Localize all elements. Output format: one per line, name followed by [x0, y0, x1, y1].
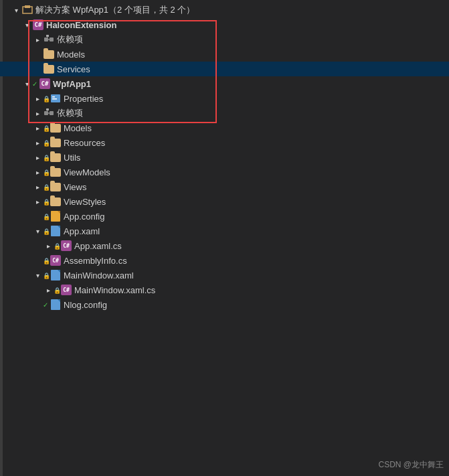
folder-shape — [50, 197, 61, 206]
wpf-appxaml[interactable]: 🔒 App.xaml — [0, 224, 449, 238]
mw-expand[interactable] — [32, 270, 43, 281]
wpf-dep-label: 依赖项 — [57, 107, 83, 119]
models-expand[interactable] — [32, 123, 43, 133]
lock-badge: 🔒 — [54, 287, 59, 293]
viewmodels-icon — [50, 167, 62, 177]
wpf-viewmodels[interactable]: 🔒 ViewModels — [0, 165, 449, 179]
wpf-utils[interactable]: 🔒 Utils — [0, 150, 449, 165]
lock-badge: 🔒 — [43, 228, 48, 234]
wpf-dependencies[interactable]: 依赖项 — [0, 106, 449, 121]
empty-expand — [32, 255, 43, 266]
wpfapp1-label: WpfApp1 — [53, 79, 91, 89]
appxaml-icon — [50, 226, 62, 236]
wpf-expand-icon[interactable] — [21, 78, 32, 89]
cs-file-badge2: C# — [50, 255, 61, 266]
wpf-properties[interactable]: 🔒 Properties — [0, 91, 449, 106]
svg-rect-19 — [51, 270, 60, 281]
wpf-appxamlcs[interactable]: 🔒 C# App.xaml.cs — [0, 238, 449, 253]
tree-container: 解决方案 WpfApp1（2 个项目，共 2 个） C# HalconExten… — [0, 0, 449, 315]
solution-icon — [21, 5, 33, 15]
dep-expand-icon[interactable] — [32, 34, 43, 45]
project-halcon[interactable]: C# HalconExtension — [0, 17, 449, 32]
folder-shape — [50, 168, 61, 177]
lock-badge: 🔒 — [43, 125, 48, 131]
folder-shape — [43, 65, 54, 74]
mainwindowxaml-label: MainWindow.xaml — [64, 270, 134, 281]
appxaml-expand[interactable] — [32, 226, 43, 236]
appconfig-label: App.config — [64, 212, 104, 222]
utils-expand[interactable] — [32, 152, 43, 163]
nlog-label: Nlog.config — [64, 300, 107, 310]
svg-rect-15 — [51, 211, 60, 222]
halcon-services[interactable]: Services — [0, 62, 449, 76]
wpf-views[interactable]: 🔒 Views — [0, 179, 449, 194]
wpf-appconfig[interactable]: 🔒 App.config — [0, 209, 449, 224]
wpf-models[interactable]: 🔒 Models — [0, 121, 449, 135]
solution-explorer: 解决方案 WpfApp1（2 个项目，共 2 个） C# HalconExten… — [0, 0, 449, 476]
wpf-project-icon: C# — [39, 78, 51, 89]
wpf-mainwindowxamlcs[interactable]: 🔒 C# MainWindow.xaml.cs — [0, 283, 449, 297]
svg-rect-17 — [51, 226, 60, 236]
viewstyles-label: ViewStyles — [64, 197, 106, 207]
svg-rect-5 — [46, 35, 49, 37]
resources-label: Resources — [64, 138, 105, 148]
folder-shape — [50, 139, 61, 147]
solution-root[interactable]: 解决方案 WpfApp1（2 个项目，共 2 个） — [0, 3, 449, 17]
halcon-expand-icon[interactable] — [21, 19, 32, 30]
lock-badge: 🔒 — [43, 184, 48, 189]
halcon-dep-label: 依赖项 — [57, 33, 83, 46]
svg-rect-9 — [52, 98, 57, 100]
resources-expand[interactable] — [32, 137, 43, 148]
svg-rect-13 — [46, 108, 49, 110]
halcon-models-label: Models — [57, 50, 85, 60]
mwcs-expand[interactable] — [43, 285, 54, 295]
props-expand[interactable] — [32, 93, 43, 104]
wpf-resources[interactable]: 🔒 Resources — [0, 135, 449, 150]
views-expand[interactable] — [32, 181, 43, 192]
solution-expand-icon[interactable] — [11, 5, 21, 15]
viewmodels-label: ViewModels — [64, 167, 110, 177]
halcon-label: HalconExtension — [46, 20, 116, 30]
halcon-dependencies[interactable]: 依赖项 — [0, 32, 449, 47]
models-folder-icon — [43, 49, 55, 60]
folder-shape — [50, 153, 61, 162]
svg-rect-1 — [25, 5, 30, 8]
empty-expand — [32, 64, 43, 74]
watermark: CSDN @龙中舞王 — [378, 459, 444, 471]
services-folder-icon — [43, 64, 55, 74]
lock-badge: 🔒 — [43, 96, 48, 101]
lock-badge: 🔒 — [43, 214, 48, 219]
vs-expand[interactable] — [32, 196, 43, 207]
dep2-expand[interactable] — [32, 108, 43, 118]
utils-icon — [50, 152, 62, 163]
csharp-project-badge2: C# — [39, 78, 50, 89]
viewstyles-icon — [50, 196, 62, 207]
svg-rect-8 — [52, 96, 55, 98]
appxamlcs-expand[interactable] — [43, 240, 54, 251]
wpf-models-icon — [50, 123, 62, 133]
utils-label: Utils — [64, 153, 80, 163]
empty-expand — [32, 49, 43, 60]
wpf-viewstyles[interactable]: 🔒 ViewStyles — [0, 194, 449, 209]
project-wpfapp1[interactable]: ✓ C# WpfApp1 — [0, 76, 449, 91]
csharp-project-badge: C# — [33, 19, 43, 30]
mainwindowxamlcs-icon: C# — [60, 285, 72, 295]
wpf-mainwindowxaml[interactable]: 🔒 MainWindow.xaml — [0, 268, 449, 283]
lock-badge: 🔒 — [43, 140, 48, 145]
views-label: Views — [64, 182, 86, 192]
folder-shape — [43, 50, 54, 59]
cs-file-badge3: C# — [61, 285, 72, 295]
appxamlcs-label: App.xaml.cs — [74, 241, 122, 251]
halcon-models[interactable]: Models — [0, 47, 449, 62]
lock-badge: 🔒 — [54, 243, 59, 248]
check-badge: ✓ — [43, 301, 48, 309]
dep2-icon — [43, 108, 55, 118]
lock-badge: 🔒 — [43, 272, 48, 278]
assemblyinfo-icon: C# — [50, 255, 62, 266]
vm-expand[interactable] — [32, 167, 43, 177]
wpf-nlog[interactable]: ✓ Nlog.config — [0, 297, 449, 312]
resources-icon — [50, 137, 62, 148]
wpf-assemblyinfo[interactable]: 🔒 C# AssemblyInfo.cs — [0, 253, 449, 268]
folder-shape — [50, 124, 61, 133]
nlog-icon — [50, 299, 62, 310]
